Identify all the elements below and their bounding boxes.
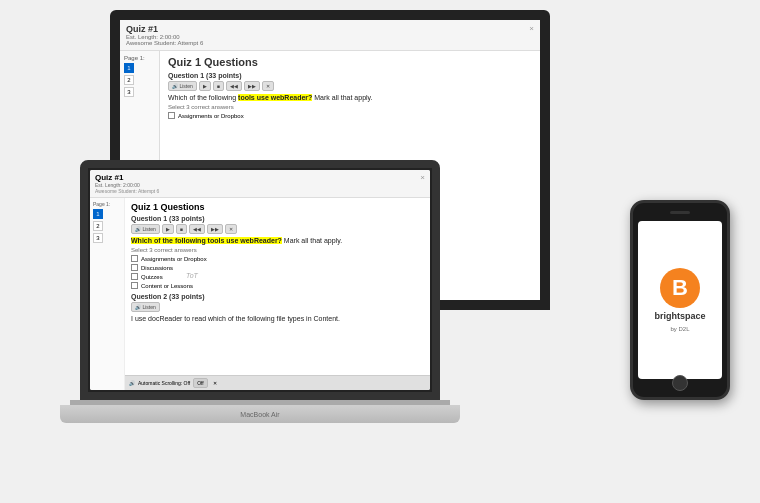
monitor-header-left: Quiz #1 Est. Length: 2:00:00 Awesome Stu… [126, 24, 203, 46]
laptop-body: Page 1: 1 2 3 Quiz 1 Questions Question … [90, 198, 430, 390]
laptop-checkbox-4[interactable] [131, 282, 138, 289]
laptop-main: Quiz 1 Questions Question 1 (33 points) … [125, 198, 430, 390]
laptop-stop-btn[interactable]: ■ [176, 224, 187, 234]
laptop-close-btn[interactable]: × [420, 173, 425, 194]
monitor-close-button[interactable]: × [529, 24, 534, 33]
monitor-checkbox-1[interactable] [168, 112, 175, 119]
monitor-q1-label: Question 1 (33 points) [168, 72, 532, 79]
monitor-attempt: Awesome Student: Attempt 6 [126, 40, 203, 46]
laptop-audio-close-btn[interactable]: ✕ [213, 380, 217, 386]
laptop-q2-label: Question 2 (33 points) [131, 293, 424, 300]
laptop-auto-scroll-toggle[interactable]: Off [193, 378, 208, 388]
laptop-q1-label: Question 1 (33 points) [131, 215, 424, 222]
monitor-q1-text: Which of the following tools use webRead… [168, 93, 532, 102]
laptop-q1-block: Question 1 (33 points) 🔊 Listen ▶ ■ ◀◀ ▶… [131, 215, 424, 289]
laptop-q1-text: Which of the following tools use webRead… [131, 236, 424, 245]
laptop-attempt: Awesome Student: Attempt 6 [95, 188, 159, 194]
laptop-q2-audio-bar: 🔊 Listen [131, 302, 424, 312]
laptop-header: Quiz #1 Est. Length: 2:00:00 Awesome Stu… [90, 170, 430, 198]
laptop-content: Quiz #1 Est. Length: 2:00:00 Awesome Stu… [90, 170, 430, 390]
laptop-page-1[interactable]: 1 [93, 209, 103, 219]
laptop-q1-after: Mark all that apply. [282, 237, 342, 244]
monitor-listen-btn[interactable]: 🔊 Listen [168, 81, 197, 91]
phone-screen: B brightspace by D2L [638, 221, 722, 379]
laptop-q2-text: I use docReader to read which of the fol… [131, 314, 424, 323]
monitor-next-btn[interactable]: ▶▶ [244, 81, 260, 91]
laptop-speaker-icon: 🔊 [129, 380, 135, 386]
laptop-bottom: MacBook Air [60, 405, 460, 423]
logo-text: brightspace [654, 312, 705, 322]
monitor-question-1: Question 1 (33 points) 🔊 Listen ▶ ■ ◀◀ ▶… [168, 72, 532, 119]
tot-label: ToT [186, 272, 198, 279]
laptop-play-btn[interactable]: ▶ [162, 224, 174, 234]
laptop-sidebar: Page 1: 1 2 3 [90, 198, 125, 390]
monitor-answer-1-label: Assignments or Dropbox [178, 113, 244, 119]
laptop-audio-bar: 🔊 Listen ▶ ■ ◀◀ ▶▶ ✕ [131, 224, 424, 234]
laptop-answer-2: Discussions [131, 264, 424, 271]
monitor-page-1[interactable]: 1 [124, 63, 134, 73]
laptop-answer-1: Assignments or Dropbox [131, 255, 424, 262]
laptop-page-3[interactable]: 3 [93, 233, 103, 243]
laptop: Quiz #1 Est. Length: 2:00:00 Awesome Stu… [60, 160, 460, 423]
laptop-rew-btn[interactable]: ◀◀ [189, 224, 205, 234]
monitor-audio-bar: 🔊 Listen ▶ ■ ◀◀ ▶▶ ✕ [168, 81, 532, 91]
laptop-checkbox-2[interactable] [131, 264, 138, 271]
laptop-bottom-audio-bar: 🔊 Automatic Scrolling: Off Off ✕ [125, 375, 430, 390]
laptop-title: Quiz #1 [95, 173, 159, 182]
laptop-screen-inner: Quiz #1 Est. Length: 2:00:00 Awesome Stu… [90, 170, 430, 390]
laptop-auto-scroll-label: Automatic Scrolling: Off [138, 380, 190, 386]
laptop-screen: Quiz #1 Est. Length: 2:00:00 Awesome Stu… [80, 160, 440, 400]
monitor-select-info: Select 3 correct answers [168, 104, 532, 110]
phone: B brightspace by D2L [630, 200, 730, 400]
laptop-checkbox-1[interactable] [131, 255, 138, 262]
monitor-q1-highlight: tools use webReader? [238, 94, 312, 101]
laptop-answer-1-label: Assignments or Dropbox [141, 256, 207, 262]
monitor-close-audio-btn[interactable]: ✕ [262, 81, 274, 91]
laptop-close-audio-btn[interactable]: ✕ [225, 224, 237, 234]
laptop-answer-4-label: Content or Lessons [141, 283, 193, 289]
phone-speaker [670, 211, 690, 214]
laptop-quiz-title: Quiz 1 Questions [131, 202, 424, 212]
laptop-q2-listen-btn[interactable]: 🔊 Listen [131, 302, 160, 312]
logo-letter: B [672, 275, 688, 301]
laptop-listen-btn[interactable]: 🔊 Listen [131, 224, 160, 234]
monitor-q1-before: Which of the following [168, 94, 238, 101]
laptop-brand-label: MacBook Air [240, 411, 279, 418]
laptop-checkbox-3[interactable] [131, 273, 138, 280]
laptop-header-left: Quiz #1 Est. Length: 2:00:00 Awesome Stu… [95, 173, 159, 194]
laptop-answer-4: Content or Lessons [131, 282, 424, 289]
phone-home-button[interactable] [672, 375, 688, 391]
laptop-page-label: Page 1: [93, 201, 121, 207]
logo-circle: B [660, 268, 700, 308]
laptop-select-info: Select 3 correct answers [131, 247, 424, 253]
monitor-q1-after: Mark all that apply. [312, 94, 372, 101]
monitor-answer-1: Assignments or Dropbox [168, 112, 532, 119]
laptop-answer-2-label: Discussions [141, 265, 173, 271]
monitor-stop-btn[interactable]: ■ [213, 81, 224, 91]
laptop-page-2[interactable]: 2 [93, 221, 103, 231]
laptop-q2-block: Question 2 (33 points) 🔊 Listen I use do… [131, 293, 424, 323]
monitor-prev-btn[interactable]: ◀◀ [226, 81, 242, 91]
brightspace-logo: B brightspace by D2L [654, 268, 705, 332]
laptop-answer-3: Quizzes [131, 273, 424, 280]
laptop-answer-3-label: Quizzes [141, 274, 163, 280]
laptop-q1-highlight: Which of the following tools use webRead… [131, 237, 282, 244]
monitor-page-label: Page 1: [124, 55, 155, 61]
monitor-quiz-title: Quiz 1 Questions [168, 56, 532, 68]
logo-sub: by D2L [670, 326, 689, 332]
laptop-fwd-btn[interactable]: ▶▶ [207, 224, 223, 234]
monitor-header: Quiz #1 Est. Length: 2:00:00 Awesome Stu… [120, 20, 540, 51]
monitor-page-2[interactable]: 2 [124, 75, 134, 85]
monitor-page-3[interactable]: 3 [124, 87, 134, 97]
phone-body: B brightspace by D2L [630, 200, 730, 400]
monitor-title: Quiz #1 [126, 24, 203, 34]
monitor-play-btn[interactable]: ▶ [199, 81, 211, 91]
